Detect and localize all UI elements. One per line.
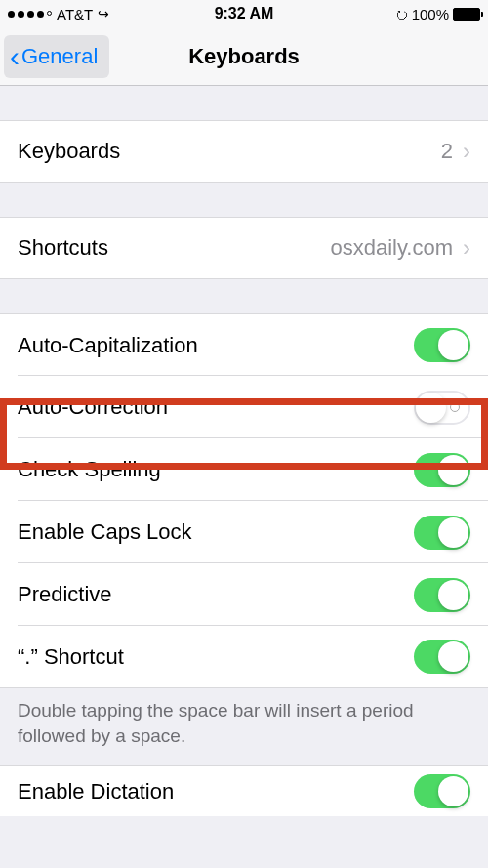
status-left: AT&T ↪ <box>8 6 215 22</box>
auto-correction-label: Auto-Correction <box>18 394 414 420</box>
auto-correction-row: Auto-Correction <box>0 376 488 438</box>
back-button-label: General <box>21 44 98 69</box>
enable-dictation-toggle[interactable] <box>414 774 470 808</box>
chevron-right-icon: › <box>463 138 470 165</box>
check-spelling-row: Check Spelling <box>0 438 488 501</box>
signal-strength-icon <box>8 11 52 18</box>
battery-percentage: 100% <box>412 6 449 22</box>
keyboard-toggles-group: Auto-Capitalization Auto-Correction Chec… <box>0 313 488 688</box>
keyboards-row[interactable]: Keyboards 2 › <box>0 120 488 183</box>
enable-dictation-label: Enable Dictation <box>18 779 414 805</box>
dictation-group: Enable Dictation <box>0 765 488 816</box>
period-shortcut-toggle[interactable] <box>414 640 470 674</box>
caps-lock-toggle[interactable] <box>414 516 470 550</box>
back-button[interactable]: ‹ General <box>4 35 109 78</box>
predictive-row: Predictive <box>0 563 488 626</box>
auto-capitalization-toggle[interactable] <box>414 328 470 362</box>
footer-hint: Double tapping the space bar will insert… <box>0 688 488 765</box>
shortcuts-value: osxdaily.com <box>330 235 453 261</box>
status-right: ⭮ 100% <box>273 6 480 22</box>
auto-correction-toggle[interactable] <box>414 391 470 425</box>
predictive-label: Predictive <box>18 582 414 607</box>
period-shortcut-row: “.” Shortcut <box>0 626 488 688</box>
keyboards-count: 2 <box>441 139 453 164</box>
caps-lock-row: Enable Caps Lock <box>0 501 488 563</box>
check-spelling-toggle[interactable] <box>414 453 470 487</box>
auto-capitalization-row: Auto-Capitalization <box>0 313 488 376</box>
wifi-icon: ↪ <box>98 6 109 21</box>
battery-icon <box>453 8 480 21</box>
page-title: Keyboards <box>188 44 300 69</box>
navigation-bar: ‹ General Keyboards <box>0 27 488 86</box>
keyboards-label: Keyboards <box>18 139 441 164</box>
period-shortcut-label: “.” Shortcut <box>18 644 414 670</box>
carrier-label: AT&T <box>57 6 93 22</box>
enable-dictation-row: Enable Dictation <box>0 765 488 816</box>
caps-lock-label: Enable Caps Lock <box>18 519 414 545</box>
clock: 9:32 AM <box>215 5 274 22</box>
shortcuts-label: Shortcuts <box>18 235 330 261</box>
shortcuts-row[interactable]: Shortcuts osxdaily.com › <box>0 217 488 279</box>
chevron-right-icon: › <box>463 234 470 262</box>
chevron-left-icon: ‹ <box>10 42 20 71</box>
check-spelling-label: Check Spelling <box>18 457 414 482</box>
auto-capitalization-label: Auto-Capitalization <box>18 333 414 358</box>
orientation-lock-icon: ⭮ <box>395 7 408 21</box>
predictive-toggle[interactable] <box>414 578 470 612</box>
status-bar: AT&T ↪ 9:32 AM ⭮ 100% <box>0 0 488 27</box>
